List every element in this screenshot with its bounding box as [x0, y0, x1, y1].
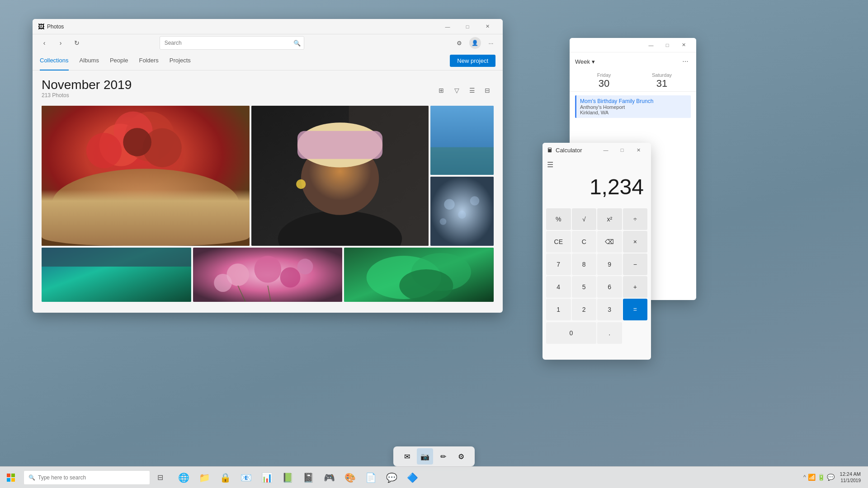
- ce-key[interactable]: CE: [546, 231, 571, 253]
- notification-icon[interactable]: 💬: [827, 474, 835, 481]
- four-key[interactable]: 4: [546, 276, 571, 298]
- decimal-key[interactable]: .: [597, 322, 622, 344]
- photos-minimize-button[interactable]: —: [438, 19, 458, 34]
- svg-point-29: [297, 259, 313, 275]
- calc-row-3: 7 8 9 −: [546, 253, 647, 275]
- taskbar-excel-icon[interactable]: 📗: [278, 468, 297, 488]
- task-view-button[interactable]: ⊟: [150, 468, 170, 488]
- friday-number: 30: [575, 78, 633, 89]
- tab-collections[interactable]: Collections: [40, 52, 69, 70]
- photos-maximize-button[interactable]: □: [458, 19, 477, 34]
- back-button[interactable]: ‹: [38, 37, 51, 49]
- taskbar-app1-icon[interactable]: 🔷: [402, 468, 422, 488]
- calculator-buttons: % √ x² ÷ CE C ⌫ × 7 8 9 − 4 5: [542, 206, 651, 347]
- five-key[interactable]: 5: [572, 276, 597, 298]
- seven-key[interactable]: 7: [546, 253, 571, 275]
- divide-key[interactable]: ÷: [623, 208, 648, 230]
- photo-pink-flowers[interactable]: [193, 248, 343, 302]
- new-project-button[interactable]: New project: [450, 55, 495, 67]
- two-key[interactable]: 2: [572, 299, 597, 320]
- equals-key[interactable]: =: [623, 299, 648, 320]
- calendar-maximize-button[interactable]: □: [659, 38, 675, 52]
- svg-point-19: [458, 211, 466, 219]
- photo-sky-top[interactable]: [430, 106, 494, 175]
- view-compare-button[interactable]: ⊟: [481, 84, 494, 97]
- nine-key[interactable]: 9: [597, 253, 622, 275]
- svg-point-7: [123, 128, 151, 156]
- view-grid-button[interactable]: ⊞: [435, 84, 448, 97]
- taskbar-onenote-icon[interactable]: 📓: [298, 468, 318, 488]
- tab-albums[interactable]: Albums: [80, 52, 99, 70]
- eight-key[interactable]: 8: [572, 253, 597, 275]
- svg-point-14: [296, 179, 306, 189]
- snap-photos-icon[interactable]: 📷: [417, 448, 433, 465]
- tab-people[interactable]: People: [110, 52, 128, 70]
- one-key[interactable]: 1: [546, 299, 571, 320]
- multiply-key[interactable]: ×: [623, 231, 648, 253]
- calendar-more-button[interactable]: ···: [680, 56, 691, 67]
- backspace-key[interactable]: ⌫: [597, 231, 622, 253]
- more-options-button[interactable]: ···: [485, 37, 497, 49]
- calculator-app-icon: 🖩: [547, 147, 553, 154]
- event-location1: Anthony's Homeport: [580, 104, 687, 110]
- six-key[interactable]: 6: [597, 276, 622, 298]
- taskbar-explorer-icon[interactable]: 📁: [194, 468, 214, 488]
- photo-leaves[interactable]: [344, 248, 494, 302]
- photo-ocean[interactable]: [42, 248, 191, 302]
- percent-key[interactable]: %: [546, 208, 571, 230]
- taskbar-powerpoint-icon[interactable]: 📊: [257, 468, 277, 488]
- calculator-close-button[interactable]: ✕: [630, 143, 646, 157]
- clear-key[interactable]: C: [572, 231, 597, 253]
- photo-water-drops[interactable]: [430, 177, 494, 246]
- forward-button[interactable]: ›: [54, 37, 67, 49]
- settings-icon-button[interactable]: ⚙: [453, 37, 466, 49]
- taskbar-search-input[interactable]: [38, 474, 128, 481]
- chevron-down-icon: ▾: [592, 58, 595, 65]
- tab-folders[interactable]: Folders: [139, 52, 158, 70]
- calendar-close-button[interactable]: ✕: [675, 38, 692, 52]
- calculator-minimize-button[interactable]: —: [598, 143, 614, 157]
- view-list-button[interactable]: ☰: [466, 84, 478, 97]
- refresh-button[interactable]: ↻: [71, 37, 83, 49]
- taskbar-edge-icon[interactable]: 🌐: [174, 468, 193, 488]
- svg-point-27: [280, 267, 300, 288]
- taskbar-mail-icon[interactable]: 📧: [236, 468, 256, 488]
- subtract-key[interactable]: −: [623, 253, 648, 275]
- photos-close-button[interactable]: ✕: [477, 19, 497, 34]
- snap-mail-icon[interactable]: ✉: [399, 448, 415, 465]
- calendar-event[interactable]: Mom's Birthday Family Brunch Anthony's H…: [575, 95, 691, 118]
- taskbar-date: 11/1/2019: [840, 478, 861, 484]
- snap-settings-icon[interactable]: ⚙: [453, 448, 469, 465]
- calendar-titlebar: — □ ✕: [570, 38, 696, 52]
- battery-icon[interactable]: 🔋: [817, 474, 825, 481]
- view-filter-button[interactable]: ▽: [450, 84, 463, 97]
- three-key[interactable]: 3: [597, 299, 622, 320]
- taskbar-search-icon: 🔍: [28, 474, 35, 481]
- week-selector[interactable]: Week ▾: [575, 58, 595, 65]
- taskbar-teams-icon[interactable]: 💬: [382, 468, 401, 488]
- calendar-minimize-button[interactable]: —: [643, 38, 659, 52]
- start-button[interactable]: [0, 467, 22, 488]
- calc-row-6: 0 .: [546, 322, 647, 344]
- tab-projects[interactable]: Projects: [170, 52, 191, 70]
- account-icon-button[interactable]: 👤: [469, 37, 481, 49]
- taskbar-acrobat-icon[interactable]: 📄: [361, 468, 381, 488]
- sqrt-key[interactable]: √: [572, 208, 597, 230]
- tray-expand-button[interactable]: ^: [803, 474, 806, 480]
- zero-key[interactable]: 0: [546, 322, 596, 344]
- snap-draw-icon[interactable]: ✏: [435, 448, 451, 465]
- taskbar-clock[interactable]: 12:24 AM 11/1/2019: [836, 470, 864, 485]
- calculator-maximize-button[interactable]: □: [614, 143, 630, 157]
- taskbar-store-icon[interactable]: 🔒: [215, 468, 235, 488]
- square-key[interactable]: x²: [597, 208, 622, 230]
- taskbar-photos-icon[interactable]: 🎨: [340, 468, 360, 488]
- photo-woman[interactable]: [251, 106, 429, 246]
- search-input[interactable]: [160, 36, 304, 50]
- photo-flowers[interactable]: [42, 106, 250, 246]
- network-icon[interactable]: 📶: [808, 474, 816, 481]
- svg-rect-23: [42, 248, 191, 267]
- calculator-menu-row[interactable]: ☰: [542, 157, 651, 172]
- taskbar-xbox-icon[interactable]: 🎮: [319, 468, 339, 488]
- taskbar-search-bar[interactable]: 🔍: [24, 470, 150, 485]
- add-key[interactable]: +: [623, 276, 648, 298]
